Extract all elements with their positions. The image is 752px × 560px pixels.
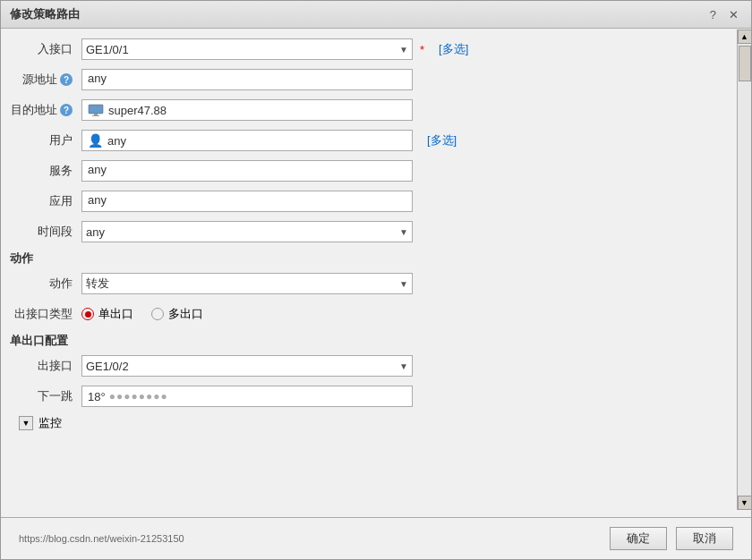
out-interface-label: 出接口 bbox=[10, 358, 81, 374]
time-arrow-icon: ▼ bbox=[399, 227, 408, 237]
src-addr-controls: any bbox=[81, 69, 728, 90]
in-interface-controls: GE1/0/1 ▼ * [多选] bbox=[81, 38, 728, 60]
action-row: 动作 转发 ▼ bbox=[10, 272, 728, 295]
svg-rect-1 bbox=[94, 114, 98, 115]
next-hop-input[interactable]: 18° ●●●●●●●● bbox=[81, 386, 413, 407]
dest-addr-label: 目的地址 ? bbox=[10, 102, 81, 118]
monitor-label: 监控 bbox=[38, 415, 62, 431]
next-hop-prefix: 18° bbox=[88, 390, 106, 403]
action-controls: 转发 ▼ bbox=[81, 273, 728, 294]
src-addr-help-icon[interactable]: ? bbox=[60, 73, 73, 86]
time-label: 时间段 bbox=[10, 224, 81, 240]
dialog: 修改策略路由 ? ✕ ▲ ▼ 入接口 GE1/0/1 ▼ * [多选] bbox=[0, 0, 752, 560]
in-interface-select[interactable]: GE1/0/1 ▼ bbox=[81, 38, 413, 60]
in-interface-row: 入接口 GE1/0/1 ▼ * [多选] bbox=[10, 38, 728, 61]
next-hop-controls: 18° ●●●●●●●● bbox=[81, 386, 728, 407]
scrollbar-thumb[interactable] bbox=[739, 46, 751, 81]
next-hop-row: 下一跳 18° ●●●●●●●● bbox=[10, 385, 728, 408]
user-multi-select-link[interactable]: [多选] bbox=[427, 132, 457, 148]
out-interface-controls: GE1/0/2 ▼ bbox=[81, 355, 728, 377]
single-out-section-title: 单出口配置 bbox=[10, 333, 728, 349]
monitor-expand-btn[interactable]: ▼ bbox=[19, 416, 33, 430]
radio-group: 单出口 多出口 bbox=[81, 306, 203, 322]
next-hop-label: 下一跳 bbox=[10, 388, 81, 404]
out-type-row: 出接口类型 单出口 多出口 bbox=[10, 302, 728, 326]
action-select[interactable]: 转发 ▼ bbox=[81, 273, 413, 294]
in-interface-value: GE1/0/1 bbox=[86, 43, 129, 56]
app-row: 应用 any bbox=[10, 190, 728, 213]
out-type-controls: 单出口 多出口 bbox=[81, 306, 728, 322]
screen-icon bbox=[88, 104, 104, 116]
out-interface-select[interactable]: GE1/0/2 ▼ bbox=[81, 355, 413, 377]
dialog-title: 修改策略路由 bbox=[10, 6, 80, 22]
confirm-button[interactable]: 确定 bbox=[610, 527, 667, 550]
single-out-radio-circle bbox=[81, 308, 94, 320]
next-hop-blurred: ●●●●●●●● bbox=[109, 390, 168, 403]
user-controls: 👤 any [多选] bbox=[81, 130, 728, 151]
svg-rect-0 bbox=[89, 105, 103, 114]
footer-buttons: 确定 取消 bbox=[610, 527, 733, 550]
monitor-row: ▼ 监控 bbox=[10, 415, 728, 431]
in-interface-multi-select-link[interactable]: [多选] bbox=[439, 41, 468, 57]
time-controls: any ▼ bbox=[81, 221, 728, 242]
user-input[interactable]: 👤 any bbox=[81, 130, 413, 151]
form-content: 入接口 GE1/0/1 ▼ * [多选] 源地址 ? any bbox=[1, 29, 751, 517]
multi-out-radio[interactable]: 多出口 bbox=[151, 306, 203, 322]
title-bar-controls: ? ✕ bbox=[706, 7, 742, 22]
service-row: 服务 any bbox=[10, 159, 728, 182]
src-addr-input[interactable]: any bbox=[81, 69, 413, 90]
scrollbar-track: ▲ ▼ bbox=[737, 30, 751, 510]
single-out-radio-dot bbox=[85, 311, 91, 318]
dest-addr-row: 目的地址 ? super47.88 bbox=[10, 98, 728, 122]
out-type-label: 出接口类型 bbox=[10, 306, 81, 322]
src-addr-row: 源地址 ? any bbox=[10, 68, 728, 91]
app-input[interactable]: any bbox=[81, 191, 413, 212]
close-button[interactable]: ✕ bbox=[725, 7, 742, 22]
help-button[interactable]: ? bbox=[706, 7, 720, 22]
service-controls: any bbox=[81, 160, 728, 182]
multi-out-label: 多出口 bbox=[168, 306, 203, 322]
user-label: 用户 bbox=[10, 132, 81, 148]
svg-rect-2 bbox=[92, 115, 99, 116]
out-interface-row: 出接口 GE1/0/2 ▼ bbox=[10, 354, 728, 378]
in-interface-required: * bbox=[420, 43, 424, 56]
dest-addr-input[interactable]: super47.88 bbox=[81, 99, 413, 121]
out-interface-arrow-icon: ▼ bbox=[399, 361, 408, 371]
single-out-label: 单出口 bbox=[98, 306, 133, 322]
app-controls: any bbox=[81, 191, 728, 212]
scrollbar-down-btn[interactable]: ▼ bbox=[738, 496, 752, 510]
in-interface-label: 入接口 bbox=[10, 41, 81, 57]
cancel-button[interactable]: 取消 bbox=[676, 527, 733, 550]
scrollbar-up-btn[interactable]: ▲ bbox=[738, 30, 752, 44]
service-input[interactable]: any bbox=[81, 160, 413, 182]
multi-out-radio-circle bbox=[151, 308, 164, 320]
service-label: 服务 bbox=[10, 163, 81, 179]
src-addr-label: 源地址 ? bbox=[10, 72, 81, 88]
dest-addr-controls: super47.88 bbox=[81, 99, 728, 121]
single-out-radio[interactable]: 单出口 bbox=[81, 306, 133, 322]
user-icon: 👤 bbox=[88, 133, 103, 148]
action-label: 动作 bbox=[10, 276, 81, 292]
app-label: 应用 bbox=[10, 193, 81, 209]
user-row: 用户 👤 any [多选] bbox=[10, 129, 728, 152]
title-bar: 修改策略路由 ? ✕ bbox=[1, 1, 751, 29]
time-row: 时间段 any ▼ bbox=[10, 220, 728, 243]
in-interface-arrow-icon: ▼ bbox=[399, 45, 408, 55]
time-select[interactable]: any ▼ bbox=[81, 221, 413, 242]
dest-addr-help-icon[interactable]: ? bbox=[60, 104, 73, 116]
monitor-screen-icon bbox=[88, 104, 104, 116]
action-section-title: 动作 bbox=[10, 250, 728, 267]
dialog-footer: https://blog.csdn.net/weixin-21253150 确定… bbox=[1, 517, 751, 559]
footer-url: https://blog.csdn.net/weixin-21253150 bbox=[19, 533, 184, 544]
action-arrow-icon: ▼ bbox=[399, 279, 408, 289]
